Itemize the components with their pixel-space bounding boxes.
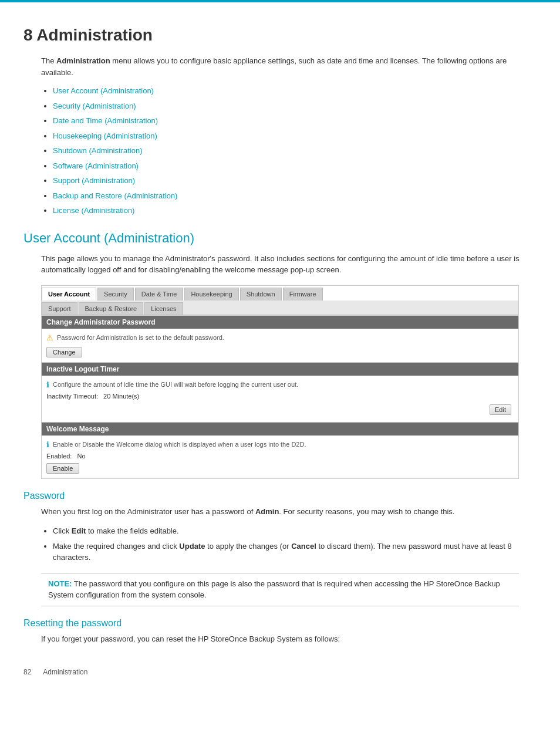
tab-support[interactable]: Support [42,302,77,315]
inactive-info-row: ℹ Configure the amount of idle time the … [46,380,514,389]
change-password-button[interactable]: Change [46,347,82,357]
tab-shutdown[interactable]: Shutdown [240,288,282,301]
inactivity-timeout-row: Inactivity Timeout: 20 Minute(s) [46,393,514,400]
password-intro-text: When you first log on the Administrator … [41,507,255,516]
welcome-message-header: Welcome Message [42,423,518,436]
password-bullet-1: Click Edit to make the fields editable. [53,525,537,537]
link-shutdown[interactable]: Shutdown (Administration) [53,146,142,155]
link-security[interactable]: Security (Administration) [53,102,136,110]
tab-licenses[interactable]: Licenses [144,302,183,315]
nav-links-list: User Account (Administration) Security (… [53,85,537,217]
tab-row-2: Support Backup & Restore Licenses [42,301,518,315]
enabled-row: Enabled: No [46,453,514,460]
list-item: Backup and Restore (Administration) [53,190,537,202]
inactive-logout-panel-section: Inactive Logout Timer ℹ Configure the am… [42,362,518,422]
list-item: Support (Administration) [53,175,537,187]
tab-housekeeping[interactable]: Housekeeping [184,288,238,301]
footer-chapter-label: Administration [43,668,87,676]
link-support[interactable]: Support (Administration) [53,176,135,185]
link-user-account[interactable]: User Account (Administration) [53,86,154,95]
list-item: Housekeeping (Administration) [53,130,537,142]
list-item: Shutdown (Administration) [53,145,537,157]
password-intro: When you first log on the Administrator … [41,506,537,518]
intro-paragraph: The Administration menu allows you to co… [41,55,537,78]
admin-ui-panel: User Account Security Date & Time Housek… [41,285,519,479]
link-backup-restore[interactable]: Backup and Restore (Administration) [53,191,177,200]
link-housekeeping[interactable]: Housekeeping (Administration) [53,131,157,140]
intro-text-after: menu allows you to configure basic appli… [41,56,507,77]
password-warning-row: ⚠ Password for Administration is set to … [46,333,514,342]
intro-text-before: The [41,56,56,65]
tab-firmware[interactable]: Firmware [283,288,323,301]
inactive-logout-body: ℹ Configure the amount of idle time the … [42,376,518,422]
password-warning-text: Password for Administration is set to th… [57,334,224,341]
password-bullets: Click Edit to make the fields editable. … [53,525,537,563]
note-text: The password that you configure on this … [48,579,500,600]
inactivity-label: Inactivity Timeout: [46,393,98,400]
bullet1-text-after: to make the fields editable. [86,526,178,535]
inactivity-value: 20 Minute(s) [103,393,139,400]
change-password-panel-section: Change Administrator Password ⚠ Password… [42,315,518,362]
page-number: 82 [23,668,31,676]
inactive-edit-button[interactable]: Edit [490,404,511,415]
bullet1-bold: Edit [72,526,86,535]
welcome-message-body: ℹ Enable or Disable the Welcome dialog w… [42,436,518,478]
note-label: NOTE: [48,579,72,588]
list-item: License (Administration) [53,205,537,217]
bullet2-bold-cancel: Cancel [291,542,316,551]
info-icon: ℹ [46,380,49,389]
enable-button[interactable]: Enable [46,463,79,474]
edit-button-row: Edit [46,402,514,417]
welcome-message-panel-section: Welcome Message ℹ Enable or Disable the … [42,422,518,478]
bullet2-bold-update: Update [179,542,205,551]
page-container: 8 Administration The Administration menu… [0,0,560,700]
password-bullet-2: Make the required changes and click Upda… [53,541,537,563]
tab-user-account[interactable]: User Account [42,288,96,301]
enabled-value: No [77,453,86,460]
bullet2-text-mid: to apply the changes (or [205,542,291,551]
resetting-password-title: Resetting the password [23,618,537,629]
note-box: NOTE: The password that you configure on… [41,573,519,606]
bullet2-text-before: Make the required changes and click [53,542,179,551]
intro-bold-word: Administration [56,56,110,65]
list-item: User Account (Administration) [53,85,537,97]
inactive-logout-header: Inactive Logout Timer [42,363,518,376]
password-intro-end: . For security reasons, you may wish to … [279,507,454,516]
user-account-description: This page allows you to manage the Admin… [41,253,537,276]
tab-security[interactable]: Security [97,288,134,301]
link-software[interactable]: Software (Administration) [53,161,139,170]
tab-row-1: User Account Security Date & Time Housek… [42,286,518,301]
bullet1-text-before: Click [53,526,72,535]
password-subsection-title: Password [23,491,537,501]
tab-backup-restore[interactable]: Backup & Restore [79,302,144,315]
link-license[interactable]: License (Administration) [53,206,134,215]
change-password-body: ⚠ Password for Administration is set to … [42,329,518,362]
user-account-section-title: User Account (Administration) [23,231,537,246]
list-item: Software (Administration) [53,160,537,172]
change-password-header: Change Administrator Password [42,316,518,329]
info-icon-2: ℹ [46,440,49,449]
enabled-label: Enabled: [46,453,72,460]
page-footer: 82 Administration [23,668,537,676]
tab-date-time[interactable]: Date & Time [135,288,184,301]
resetting-password-description: If you forget your password, you can res… [41,633,537,645]
link-date-time[interactable]: Date and Time (Administration) [53,116,158,125]
chapter-title: 8 Administration [23,26,537,45]
warning-icon: ⚠ [46,333,53,342]
inactive-info-text: Configure the amount of idle time the GU… [53,381,298,388]
password-bold-admin: Admin [255,507,279,516]
welcome-info-row: ℹ Enable or Disable the Welcome dialog w… [46,440,514,449]
welcome-info-text: Enable or Disable the Welcome dialog whi… [53,441,306,448]
list-item: Security (Administration) [53,100,537,112]
list-item: Date and Time (Administration) [53,115,537,127]
